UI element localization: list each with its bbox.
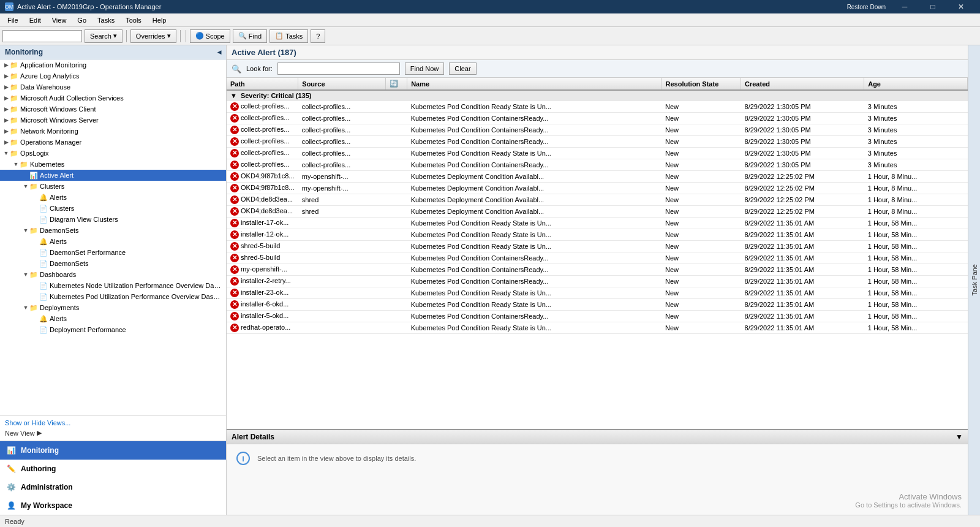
table-row[interactable]: ✕ redhat-operato...Kubernetes Pod Condit… [227, 322, 968, 334]
cell-state-icon [386, 183, 407, 194]
sidebar-collapse-icon[interactable]: ◂ [217, 48, 221, 56]
sidebar-item-active-alert[interactable]: 📊Active Alert [0, 170, 226, 181]
sidebar-item-clusters[interactable]: ▼📁Clusters [0, 181, 226, 192]
menu-go[interactable]: Go [72, 14, 91, 26]
error-icon: ✕ [230, 114, 239, 123]
table-row[interactable]: ✕ OKD4;de8d3ea...shredKubernetes Deploym… [227, 194, 968, 206]
menu-help[interactable]: Help [148, 14, 172, 26]
table-row[interactable]: ✕ collect-profiles...collect-profiles...… [227, 113, 968, 124]
tree-icon-ds-alerts: 🔔 [39, 238, 48, 245]
sidebar-item-alerts[interactable]: 🔔Alerts [0, 192, 226, 203]
alert-details: Alert Details ▼ i Select an item in the … [227, 429, 968, 515]
sidebar-item-diagram-view-clusters[interactable]: 📄Diagram View Clusters [0, 214, 226, 225]
clear-button[interactable]: Clear [449, 63, 476, 75]
sidebar-item-dep-alerts[interactable]: 🔔Alerts [0, 313, 226, 324]
col-header-path[interactable]: Path [227, 78, 298, 90]
sidebar-item-kubernetes[interactable]: ▼📁Kubernetes [0, 159, 226, 170]
table-row[interactable]: ✕ shred-5-buildKubernetes Pod Condition … [227, 252, 968, 264]
severity-expand-icon[interactable]: ▼ [230, 92, 237, 99]
nav-monitoring[interactable]: 📊 Monitoring [0, 441, 226, 460]
search-button[interactable]: Search ▾ [85, 29, 123, 43]
nav-administration[interactable]: ⚙️ Administration [0, 478, 226, 496]
maximize-button[interactable]: □ [919, 0, 947, 13]
col-header-age[interactable]: Age [864, 78, 968, 90]
error-icon: ✕ [230, 184, 239, 192]
col-header-resolution[interactable]: Resolution State [662, 78, 741, 90]
expand-icon-data-warehouse: ▶ [2, 83, 10, 91]
sidebar-item-azure-log[interactable]: ▶📁Azure Log Analytics [0, 70, 226, 82]
close-button[interactable]: ✕ [947, 0, 975, 13]
expand-icon-opslogix: ▼ [2, 150, 10, 157]
sidebar-item-ds-alerts[interactable]: 🔔Alerts [0, 236, 226, 247]
sidebar-item-deployments[interactable]: ▼📁Deployments [0, 302, 226, 313]
find-now-button[interactable]: Find Now [405, 63, 444, 75]
sidebar-item-data-warehouse[interactable]: ▶📁Data Warehouse [0, 82, 226, 93]
sidebar-item-clusters-sub[interactable]: 📄Clusters [0, 203, 226, 214]
alert-table-wrapper[interactable]: Path Source 🔄 Name Resolution State Crea… [227, 78, 968, 429]
alert-details-collapse[interactable]: ▼ [956, 433, 963, 441]
help-button[interactable]: ? [311, 29, 325, 43]
sidebar-item-ops-manager[interactable]: ▶📁Operations Manager [0, 137, 226, 148]
sidebar-item-dashboards[interactable]: ▼📁Dashboards [0, 269, 226, 280]
nav-authoring[interactable]: ✏️ Authoring [0, 460, 226, 478]
table-row[interactable]: ✕ collect-profiles...collect-profiles...… [227, 124, 968, 136]
tree-icon-k8s-node-util: 📄 [39, 282, 48, 289]
expand-icon-kubernetes: ▼ [12, 161, 20, 168]
sidebar-item-network-monitoring[interactable]: ▶📁Network Monitoring [0, 126, 226, 137]
col-header-created[interactable]: Created [741, 78, 864, 90]
col-header-name[interactable]: Name [407, 78, 662, 90]
col-header-source[interactable]: Source [298, 78, 386, 90]
severity-header-row: ▼Severity: Critical (135) [227, 90, 968, 101]
table-row[interactable]: ✕ shred-5-buildKubernetes Pod Condition … [227, 241, 968, 252]
search-input[interactable] [2, 30, 82, 42]
sidebar-item-k8s-pod-util[interactable]: 📄Kubernetes Pod Utilization Performance … [0, 291, 226, 302]
menu-tasks[interactable]: Tasks [92, 14, 119, 26]
sidebar-item-ds-daemonsets[interactable]: 📄DaemonSets [0, 258, 226, 269]
minimize-button[interactable]: ─ [891, 0, 919, 13]
restore-down-button[interactable]: Restore Down [842, 0, 891, 13]
cell-state-icon [386, 241, 407, 252]
nav-my-workspace[interactable]: 👤 My Workspace [0, 496, 226, 515]
show-hide-views-link[interactable]: Show or Hide Views... [0, 418, 226, 428]
overrides-button[interactable]: Overrides ▾ [130, 29, 176, 43]
table-row[interactable]: ✕ collect-profiles...collect-profiles...… [227, 148, 968, 159]
table-row[interactable]: ✕ my-openshift-...Kubernetes Pod Conditi… [227, 264, 968, 276]
new-view-link[interactable]: New View ▶ [0, 428, 226, 438]
sidebar-item-ms-audit[interactable]: ▶📁Microsoft Audit Collection Services [0, 93, 226, 104]
cell-path: ✕ installer-12-ok... [227, 229, 298, 241]
sidebar-item-dep-performance[interactable]: 📄Deployment Performance [0, 324, 226, 335]
sidebar-item-k8s-node-util[interactable]: 📄Kubernetes Node Utilization Performance… [0, 280, 226, 291]
scope-button[interactable]: 🔵 Scope [190, 29, 230, 43]
table-row[interactable]: ✕ installer-2-retry...Kubernetes Pod Con… [227, 276, 968, 287]
look-for-input[interactable] [277, 63, 400, 75]
cell-resolution: New [662, 101, 741, 113]
table-row[interactable]: ✕ installer-5-okd...Kubernetes Pod Condi… [227, 311, 968, 322]
sidebar-item-opslogix[interactable]: ▼📁OpsLogix [0, 148, 226, 159]
cell-created: 8/29/2022 12:25:02 PM [741, 206, 864, 218]
menu-edit[interactable]: Edit [24, 14, 46, 26]
table-row[interactable]: ✕ installer-23-ok...Kubernetes Pod Condi… [227, 287, 968, 299]
table-row[interactable]: ✕ OKD4;de8d3ea...shredKubernetes Deploym… [227, 206, 968, 218]
table-row[interactable]: ✕ collect-profiles...collect-profiles...… [227, 101, 968, 113]
find-button[interactable]: 🔍 Find [233, 29, 267, 43]
table-row[interactable]: ✕ collect-profiles...collect-profiles...… [227, 136, 968, 148]
cell-resolution: New [662, 206, 741, 218]
sidebar-item-ms-windows-server[interactable]: ▶📁Microsoft Windows Server [0, 115, 226, 126]
table-row[interactable]: ✕ installer-17-ok...Kubernetes Pod Condi… [227, 218, 968, 229]
col-header-icon[interactable]: 🔄 [386, 78, 407, 90]
sidebar-item-app-monitoring[interactable]: ▶📁Application Monitoring [0, 59, 226, 70]
table-row[interactable]: ✕ OKD4;9f87b1c8...my-openshift-...Kubern… [227, 183, 968, 194]
sidebar-item-ds-performance[interactable]: 📄DaemonSet Performance [0, 247, 226, 258]
sidebar-item-ms-windows-client[interactable]: ▶📁Microsoft Windows Client [0, 104, 226, 115]
cell-resolution: New [662, 113, 741, 124]
menu-view[interactable]: View [47, 14, 72, 26]
menu-tools[interactable]: Tools [121, 14, 146, 26]
menu-file[interactable]: File [2, 14, 23, 26]
table-row[interactable]: ✕ collect-profiles...collect-profiles...… [227, 159, 968, 171]
table-row[interactable]: ✕ installer-6-okd...Kubernetes Pod Condi… [227, 299, 968, 311]
tasks-button[interactable]: 📋 Tasks [270, 29, 308, 43]
sidebar-item-daemonsets[interactable]: ▼📁DaemonSets [0, 225, 226, 236]
table-row[interactable]: ✕ installer-12-ok...Kubernetes Pod Condi… [227, 229, 968, 241]
table-row[interactable]: ✕ OKD4;9f87b1c8...my-openshift-...Kubern… [227, 171, 968, 183]
task-pane[interactable]: Task Pane [968, 45, 980, 515]
